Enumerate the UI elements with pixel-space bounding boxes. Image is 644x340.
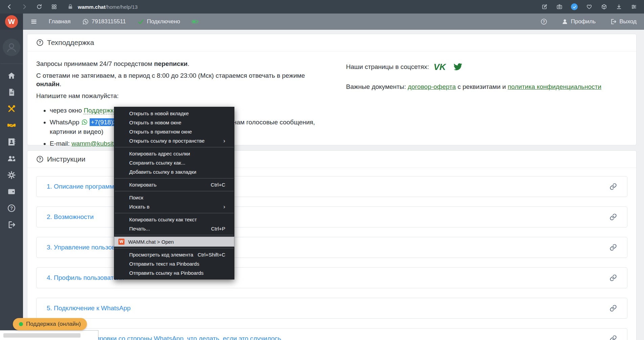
pocket-edit-icon[interactable] bbox=[541, 3, 548, 10]
toolbar-settings-icon[interactable] bbox=[630, 3, 637, 10]
instruction-link[interactable]: 2. Возможности bbox=[47, 213, 94, 221]
privacy-doc-link[interactable]: политика конфиденциальности bbox=[508, 83, 601, 90]
user-icon bbox=[561, 18, 568, 25]
context-menu: Открыть в новой вкладке Открыть в новом … bbox=[114, 107, 234, 280]
reload-icon[interactable] bbox=[36, 3, 43, 10]
docs-row: Важные документы: договор-оферта с рекви… bbox=[346, 82, 627, 92]
connection-status: Подключено bbox=[137, 18, 180, 25]
hamburger-menu-icon[interactable] bbox=[30, 18, 37, 25]
sidebar-item-payments-handshake[interactable] bbox=[0, 117, 23, 133]
menu-separator bbox=[115, 213, 234, 213]
back-icon[interactable] bbox=[6, 3, 13, 10]
instruction-row-5[interactable]: 5. Подключение к WhatsApp bbox=[36, 298, 627, 319]
sidebar-item-logout[interactable] bbox=[0, 216, 23, 233]
url-host: wamm.chat bbox=[78, 4, 106, 10]
sidebar-item-settings[interactable] bbox=[0, 167, 23, 183]
logout-icon bbox=[610, 18, 617, 25]
svg-text:?: ? bbox=[39, 40, 41, 45]
screenshot-icon[interactable] bbox=[556, 3, 563, 10]
sidebar-item-documents[interactable] bbox=[0, 84, 23, 100]
twitter-icon[interactable] bbox=[452, 62, 463, 72]
menu-item-open-new-window[interactable]: Открыть в новом окне bbox=[114, 118, 234, 127]
menu-item-inspect-element[interactable]: Просмотреть код элементаCtrl+Shift+C bbox=[114, 250, 234, 259]
instruction-link[interactable]: 1. Описание программы bbox=[47, 183, 119, 190]
wamm-logo-icon: W bbox=[5, 15, 18, 28]
menu-separator bbox=[115, 191, 234, 191]
menu-item-wamm-open[interactable]: W WAMM.chat > Open bbox=[114, 237, 234, 246]
nav-home-label: Главная bbox=[49, 18, 71, 25]
sidebar-item-tools[interactable] bbox=[0, 100, 23, 117]
link-chain-icon[interactable] bbox=[610, 183, 617, 190]
social-row: Наши страницы в соцсетях: VK bbox=[346, 62, 627, 72]
nav-logout-link[interactable]: Выход bbox=[610, 18, 637, 25]
app-logo[interactable]: W bbox=[0, 14, 23, 30]
nav-logout-label: Выход bbox=[619, 18, 637, 25]
avatar[interactable] bbox=[3, 39, 20, 56]
menu-separator bbox=[115, 178, 234, 178]
menu-item-search[interactable]: Поиск bbox=[114, 193, 234, 202]
whatsapp-icon bbox=[82, 18, 89, 25]
support-window-link[interactable]: Поддержка bbox=[84, 107, 117, 114]
svg-text:VK: VK bbox=[434, 62, 446, 72]
adguard-extension-icon[interactable] bbox=[571, 3, 578, 10]
nav-profile-link[interactable]: Профиль bbox=[561, 18, 596, 25]
support-badge-label: Поддержка (онлайн) bbox=[26, 321, 81, 327]
shortcut-label: Ctrl+Shift+C bbox=[198, 252, 225, 258]
status-url-placeholder bbox=[3, 333, 80, 338]
address-bar[interactable]: wamm.chat/home/help/13 bbox=[67, 3, 138, 10]
question-circle-icon: ? bbox=[36, 39, 44, 46]
menu-item-copy-link-as-text[interactable]: Копировать ссылку как текст bbox=[114, 215, 234, 224]
sidebar-item-help[interactable]: ? bbox=[0, 200, 23, 216]
menu-item-send-text-pinboards[interactable]: Отправить текст на Pinboards bbox=[114, 259, 234, 268]
url-text: wamm.chat/home/help/13 bbox=[78, 4, 138, 10]
forward-icon[interactable] bbox=[21, 3, 28, 10]
instruction-row-6[interactable]: 6. Причины блокировки со стороны WhatsAp… bbox=[36, 328, 627, 340]
sidebar: ? bbox=[0, 30, 23, 340]
link-chain-icon[interactable] bbox=[610, 244, 617, 251]
sidebar-item-contacts[interactable] bbox=[0, 133, 23, 150]
downloads-icon[interactable] bbox=[616, 3, 622, 10]
instruction-link[interactable]: 4. Профиль пользователя bbox=[47, 274, 124, 282]
vk-icon[interactable]: VK bbox=[433, 62, 448, 72]
menu-item-copy[interactable]: КопироватьCtrl+C bbox=[114, 180, 234, 189]
support-paragraph-2: С ответами не затягиваем, а в период с 8… bbox=[36, 71, 331, 89]
help-icon[interactable]: ? bbox=[540, 18, 547, 25]
tab-groups-icon[interactable] bbox=[51, 3, 58, 10]
link-chain-icon[interactable] bbox=[610, 274, 617, 282]
container-box-icon[interactable] bbox=[601, 3, 607, 10]
social-label: Наши страницы в соцсетях: bbox=[346, 63, 429, 71]
sidebar-item-wallet[interactable] bbox=[0, 183, 23, 200]
menu-separator bbox=[115, 248, 234, 248]
nav-home-link[interactable]: Главная bbox=[49, 18, 71, 25]
sidebar-item-home[interactable] bbox=[0, 67, 23, 84]
menu-item-open-new-tab[interactable]: Открыть в новой вкладке bbox=[114, 109, 234, 118]
menu-item-search-in[interactable]: Искать в› bbox=[114, 202, 234, 211]
support-card-title: Техподдержка bbox=[47, 39, 94, 47]
link-chain-icon[interactable] bbox=[610, 335, 617, 340]
menu-item-open-in-container[interactable]: Открыть ссылку в пространстве› bbox=[114, 136, 234, 145]
sidebar-item-users[interactable] bbox=[0, 150, 23, 167]
instruction-link[interactable]: 5. Подключение к WhatsApp bbox=[47, 305, 131, 312]
menu-item-send-link-pinboards[interactable]: Отправить ссылку на Pinboards bbox=[114, 268, 234, 277]
nav-phone[interactable]: 79183115511 bbox=[82, 18, 126, 25]
menu-item-print[interactable]: Печать...Ctrl+P bbox=[114, 224, 234, 233]
link-chain-icon[interactable] bbox=[610, 213, 617, 221]
offer-doc-link[interactable]: договор-оферта bbox=[408, 83, 456, 90]
menu-item-bookmark-link[interactable]: Добавить ссылку в закладки bbox=[114, 167, 234, 176]
lock-icon bbox=[67, 3, 74, 10]
support-online-badge[interactable]: Поддержка (онлайн) bbox=[13, 318, 87, 330]
menu-item-open-private-window[interactable]: Открыть в приватном окне bbox=[114, 127, 234, 136]
shortcut-label: Ctrl+C bbox=[211, 182, 225, 188]
favorites-heart-icon[interactable] bbox=[586, 3, 593, 10]
wamm-extension-icon: W bbox=[118, 239, 124, 245]
question-circle-icon: ? bbox=[36, 155, 44, 163]
menu-item-copy-link-address[interactable]: Копировать адрес ссылки bbox=[114, 149, 234, 158]
link-chain-icon[interactable] bbox=[610, 305, 617, 312]
menu-separator bbox=[115, 147, 234, 147]
instructions-card-title: Инструкции bbox=[47, 155, 85, 163]
svg-text:?: ? bbox=[10, 205, 13, 211]
support-paragraph-1: Запросы принимаем 24/7 посредством переп… bbox=[36, 59, 331, 68]
battery-icon bbox=[192, 18, 199, 25]
nav-profile-label: Профиль bbox=[571, 18, 596, 25]
menu-item-save-link-as[interactable]: Сохранить ссылку как... bbox=[114, 158, 234, 167]
